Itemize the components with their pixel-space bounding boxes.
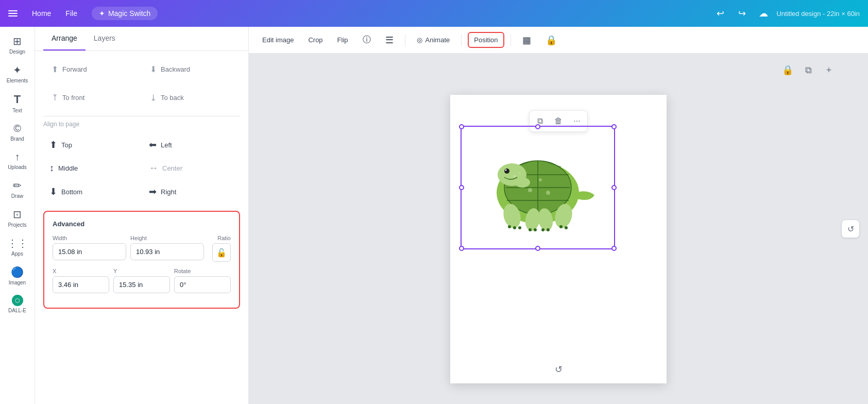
topbar-actions: ↩ ↪ ☁ Untitled design - 22in × 60in [711,5,860,22]
sidebar-item-apps[interactable]: ⋮⋮ Apps [2,233,33,261]
dimensions-row: Width Height Ratio 🔓 [53,235,231,262]
handle-bm[interactable] [535,246,540,251]
sidebar-item-elements[interactable]: ✦ Elements [2,60,33,88]
align-left-button[interactable]: ⬅ Left [143,134,240,156]
sidebar-item-brand[interactable]: © Brand [2,119,33,146]
uploads-icon: ↑ [15,151,20,163]
topbar-left: Home File ✦ Magic Switch [8,6,158,21]
handle-tm[interactable] [535,124,540,129]
x-input[interactable] [53,276,109,293]
animate-icon: ◎ [417,36,422,44]
y-input[interactable] [113,276,170,293]
handle-tr[interactable] [611,124,617,129]
animate-button[interactable]: ◎ Animate [412,33,455,47]
handle-bl[interactable] [459,246,464,251]
svg-point-14 [519,172,521,174]
imagen-icon: 🔵 [11,266,24,278]
canvas-right-tools: ↺ [841,220,860,238]
svg-point-24 [541,228,544,231]
handle-tl[interactable] [459,124,464,129]
undo-button[interactable]: ↩ [711,5,729,22]
width-input[interactable] [53,243,126,260]
forward-icon: ⬆ [52,64,58,74]
home-button[interactable]: Home [26,6,57,21]
sidebar-item-design[interactable]: ⊞ Design [2,31,33,59]
rotate-canvas-button[interactable]: ↺ [841,220,860,238]
ratio-label: Ratio [217,235,231,241]
lock-ratio-button[interactable]: 🔓 [212,243,231,262]
separator-2 [461,34,462,46]
canvas-copy-icon[interactable]: ⧉ [800,62,816,78]
backward-button[interactable]: ⬇ Backward [142,59,240,79]
edit-image-button[interactable]: Edit image [257,33,299,47]
save-button[interactable]: ☁ [755,5,772,22]
menu-icon[interactable] [8,10,18,16]
align-left-icon: ⬅ [149,139,157,150]
align-top-button[interactable]: ⬆ Top [43,134,141,156]
main-layout: ⊞ Design ✦ Elements T Text © Brand ↑ Upl… [0,27,868,404]
to-front-button[interactable]: ⤒ To front [43,88,142,108]
file-button[interactable]: File [59,6,83,21]
panel-tabs: Arrange Layers [35,27,248,51]
width-field-group: Width [53,235,126,262]
lock-button[interactable]: 🔒 [540,31,562,49]
align-center-button[interactable]: ↔ Center [143,158,240,179]
separator-1 [405,34,405,46]
to-back-button[interactable]: ⤓ To back [142,88,240,108]
sidebar-item-text[interactable]: T Text [2,89,33,117]
forward-button[interactable]: ⬆ Forward [43,59,142,79]
backward-label: Backward [161,65,190,73]
x-label: X [53,268,109,274]
align-center-label: Center [162,164,182,172]
crop-button[interactable]: Crop [303,33,328,47]
projects-icon: ⊡ [13,208,22,221]
magic-switch-button[interactable]: ✦ Magic Switch [92,7,158,20]
height-label: Height [130,235,204,241]
brand-icon: © [13,123,21,134]
sidebar-item-uploads[interactable]: ↑ Uploads [2,147,33,174]
handle-br[interactable] [611,246,617,251]
rotate-field-group: Rotate [174,268,231,293]
sidebar-item-imagen[interactable]: 🔵 Imagen [2,262,33,290]
toolbar: Edit image Crop Flip ⓘ ☰ ◎ Animate Posit… [249,27,868,54]
layer-actions: ⬆ Forward ⬇ Backward [43,59,240,79]
info-button[interactable]: ⓘ [358,31,376,48]
sidebar-item-label-design: Design [9,49,25,55]
handle-mr[interactable] [611,185,617,190]
sidebar-icons: ⊞ Design ✦ Elements T Text © Brand ↑ Upl… [0,27,35,404]
height-input[interactable] [130,243,204,260]
dalle-icon: ⬡ [12,295,23,306]
svg-point-27 [565,226,568,229]
position-button[interactable]: Position [468,32,504,48]
align-top-label: Top [61,141,72,149]
tab-layers[interactable]: Layers [86,27,124,50]
align-right-button[interactable]: ➡ Right [143,181,240,203]
align-middle-button[interactable]: ↕ Middle [43,158,141,179]
sidebar-item-draw[interactable]: ✏ Draw [2,175,33,203]
edit-image-label: Edit image [262,36,294,44]
position-row: X Y Rotate [53,268,231,293]
align-left-label: Left [161,141,172,149]
redo-button[interactable]: ↪ [733,5,751,22]
turtle-selection[interactable] [461,126,615,249]
svg-point-11 [505,170,507,171]
bottom-rotate-icon[interactable]: ↺ [555,364,563,375]
canvas-lock-icon[interactable]: 🔒 [779,62,796,78]
position-label: Position [474,36,498,44]
arrange-panel: Arrange Layers ⬆ Forward ⬇ Backward ⤒ To… [35,27,249,404]
align-bottom-icon: ⬇ [49,186,57,197]
rotate-input[interactable] [174,276,231,293]
sidebar-item-projects[interactable]: ⊡ Projects [2,204,33,232]
transparency-button[interactable]: ▦ [517,31,536,49]
canvas-add-icon[interactable]: + [821,62,837,78]
sidebar-item-label-uploads: Uploads [8,164,27,170]
flip-button[interactable]: Flip [332,33,353,47]
sidebar-item-dalle[interactable]: ⬡ DALL-E [2,291,33,317]
sidebar-item-label-elements: Elements [7,78,28,83]
lines-button[interactable]: ☰ [380,31,399,49]
svg-point-12 [515,177,530,188]
align-bottom-button[interactable]: ⬇ Bottom [43,181,141,203]
handle-ml[interactable] [459,185,464,190]
tab-arrange[interactable]: Arrange [43,27,86,50]
topbar-nav: Home File [26,6,83,21]
